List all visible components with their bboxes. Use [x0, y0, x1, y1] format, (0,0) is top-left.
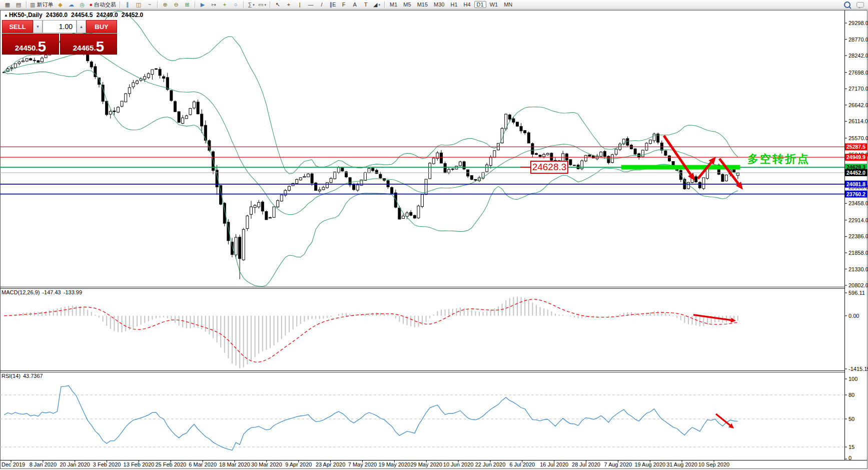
zoom-out-icon[interactable]: ⊖ [171, 1, 181, 9]
text-label-icon[interactable]: T [361, 1, 371, 9]
horizontal-line-icon[interactable]: — [306, 1, 316, 9]
svg-text:0.00: 0.00 [848, 313, 859, 319]
svg-text:24949.9: 24949.9 [846, 154, 865, 160]
svg-text:30 Mar 2020: 30 Mar 2020 [251, 461, 282, 467]
tile-windows-icon[interactable]: ⊞ [182, 1, 192, 9]
crosshair-icon[interactable]: + [284, 1, 294, 9]
svg-text:13 Feb 2020: 13 Feb 2020 [124, 461, 155, 467]
timeframe-m30-button[interactable]: M30 [431, 1, 447, 8]
tile-windows-glyph: ⊞ [185, 2, 189, 8]
community-icon[interactable]: ☁ [66, 1, 76, 9]
svg-text:28770.0: 28770.0 [848, 37, 868, 43]
svg-text:80: 80 [848, 392, 854, 398]
new-order-label: 新订单 [37, 2, 53, 8]
zoom-in-icon[interactable]: ⊕ [160, 1, 170, 9]
bar-chart-icon[interactable]: ∥ [123, 1, 133, 9]
indicators-dropdown-caret-icon: ▾ [253, 3, 255, 7]
macd-label: MACD(12,26,9)-147.43-133.99 [2, 289, 85, 295]
svg-text:24452.0: 24452.0 [846, 170, 865, 176]
line-chart-glyph: ~ [148, 2, 151, 8]
styles-icon[interactable]: ◆ [55, 1, 65, 9]
profiles-icon[interactable]: ▤ [14, 1, 24, 9]
svg-text:31 Aug 2020: 31 Aug 2020 [666, 461, 697, 467]
timeframe-m15-button[interactable]: M15 [415, 1, 430, 8]
trendline-icon[interactable]: / [317, 1, 327, 9]
rsi-name: RSI(14) [2, 373, 21, 379]
timeframe-h4-button[interactable]: H4 [461, 1, 473, 8]
timeframe-m1-button[interactable]: M1 [387, 1, 400, 8]
crosshair-glyph: + [287, 2, 290, 8]
new-chart-icon[interactable]: ▦ [3, 1, 13, 9]
zoom-in-glyph: ⊕ [163, 2, 167, 8]
svg-text:8 Jan 2020: 8 Jan 2020 [30, 461, 57, 467]
autotrade-icon[interactable]: ●自动交易 [88, 1, 117, 9]
new-order-icon[interactable]: ▥新订单 [29, 1, 54, 9]
ohlc-close: 24452.0 [122, 12, 143, 19]
signals-icon[interactable]: ◎ [77, 1, 87, 9]
svg-text:25570.0: 25570.0 [848, 135, 868, 141]
svg-text:28 Jul 2020: 28 Jul 2020 [572, 461, 600, 467]
candlestick-series [3, 35, 739, 279]
text-icon[interactable]: A [350, 1, 360, 9]
cursor-icon[interactable]: ↖ [273, 1, 283, 9]
buy-price[interactable]: 24465. 5 [60, 34, 117, 55]
horizontal-line-glyph: — [308, 2, 314, 8]
svg-text:26114.0: 26114.0 [848, 118, 868, 124]
chart-shift-icon[interactable]: ↦ [209, 1, 219, 9]
new-chart-glyph: ▦ [5, 2, 10, 8]
timeframe-w1-button[interactable]: W1 [487, 1, 501, 8]
support-highlight-band[interactable] [621, 165, 740, 170]
macd-panel [4, 297, 738, 368]
templates-dropdown-caret-icon: ▾ [265, 3, 267, 7]
buy-button[interactable]: BUY [86, 20, 117, 33]
svg-text:6 Mar 2020: 6 Mar 2020 [189, 461, 217, 467]
auto-scroll-glyph: ▶ [201, 2, 205, 8]
svg-text:4 Dec 2019: 4 Dec 2019 [0, 461, 25, 467]
arrows-dropdown-caret-icon: ▾ [379, 3, 381, 7]
turning-point-annotation: 多空转折点 [747, 152, 810, 167]
timeframe-m5-button[interactable]: M5 [401, 1, 413, 8]
search-icon[interactable] [844, 2, 850, 8]
chart-canvas[interactable]: 29298.028770.028242.027698.027170.026642… [0, 0, 868, 470]
svg-text:26642.0: 26642.0 [848, 102, 868, 108]
indicators-dropdown-icon[interactable]: ∑▾ [246, 1, 256, 9]
period-icon[interactable]: ○ [231, 1, 241, 9]
equidistant-channel-icon[interactable]: ∥E [328, 1, 338, 9]
sell-price[interactable]: 24450. 5 [2, 34, 59, 55]
volume-input[interactable]: 1.00 [43, 20, 77, 33]
community-glyph: ☁ [69, 2, 74, 8]
volume-increase-button[interactable]: ▲ [77, 20, 86, 33]
add-indicator-glyph: + [223, 2, 226, 8]
vertical-line-icon[interactable]: | [295, 1, 305, 9]
timeframe-h1-button[interactable]: H1 [448, 1, 460, 8]
price-callout-box[interactable]: 24628.3 [530, 161, 568, 174]
rsi-panel [0, 386, 844, 450]
sell-button[interactable]: SELL [2, 20, 33, 33]
line-chart-icon[interactable]: ~ [145, 1, 155, 9]
svg-text:7 May 2020: 7 May 2020 [348, 461, 377, 467]
arrows-dropdown-icon[interactable]: ◢▾ [372, 1, 382, 9]
zoom-out-glyph: ⊖ [174, 2, 178, 8]
svg-text:0: 0 [848, 455, 851, 461]
toolbar-separator [120, 2, 120, 8]
svg-text:29298.0: 29298.0 [848, 20, 868, 26]
cursor-glyph: ↖ [275, 2, 280, 8]
symbol-timeframe: HK50-,Daily [9, 12, 43, 19]
templates-dropdown-icon[interactable]: ▭▾ [257, 1, 267, 9]
sell-price-main: 24450. [15, 44, 38, 53]
svg-text:15: 15 [848, 444, 854, 450]
svg-text:100: 100 [848, 376, 857, 382]
signals-glyph: ◎ [80, 2, 85, 8]
chat-icon[interactable] [856, 2, 864, 8]
volume-decrease-button[interactable]: ▼ [33, 20, 43, 33]
chart-title: ▲HK50-,Daily24360.024454.524249.024452.0 [4, 12, 147, 19]
auto-scroll-icon[interactable]: ▶ [198, 1, 208, 9]
fibonacci-glyph: F [342, 2, 346, 8]
timeframe-d1-button[interactable]: D1 [474, 1, 486, 8]
timeframe-mn-button[interactable]: MN [501, 1, 515, 8]
candlestick-chart-icon[interactable]: ◫ [134, 1, 144, 9]
fibonacci-icon[interactable]: F [339, 1, 349, 9]
add-indicator-icon[interactable]: + [220, 1, 230, 9]
toolbar-separator [26, 2, 27, 8]
toolbar-right [844, 2, 864, 8]
